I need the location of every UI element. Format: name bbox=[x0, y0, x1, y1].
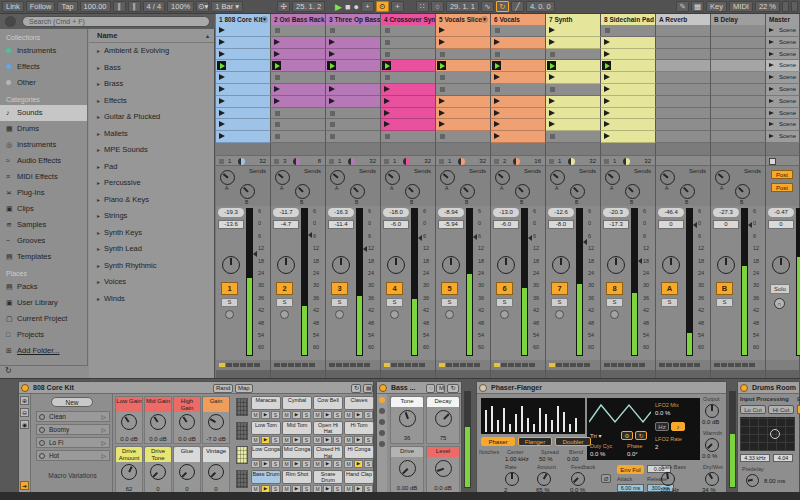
scene-launch-icon[interactable] bbox=[769, 52, 774, 56]
safe-bass-knob[interactable] bbox=[661, 472, 675, 486]
clip-slot[interactable] bbox=[381, 72, 436, 84]
clip-slot[interactable] bbox=[546, 72, 601, 84]
metronome-icon[interactable]: ⊙▾ bbox=[196, 1, 209, 12]
peak-level-box[interactable]: -46.4 bbox=[658, 208, 684, 217]
clip-play-icon[interactable] bbox=[439, 98, 445, 104]
drum-pad-claves[interactable]: ClavesM▶S bbox=[344, 396, 374, 419]
clip-slot[interactable] bbox=[491, 96, 546, 108]
peak-level-box[interactable]: -8.94 bbox=[438, 208, 464, 217]
scene-launch-icon[interactable] bbox=[769, 40, 774, 44]
device-title-bar[interactable]: Bass ... ◌ M ↻ bbox=[377, 382, 461, 394]
solo-button[interactable]: S bbox=[551, 298, 568, 307]
clip-slot[interactable] bbox=[601, 119, 656, 131]
scene-launch-icon[interactable] bbox=[769, 63, 774, 67]
master-solo-button[interactable]: Solo bbox=[770, 284, 790, 294]
pad-play-icon[interactable]: ▶ bbox=[323, 411, 332, 419]
phase-value[interactable]: 0.0° bbox=[627, 451, 638, 457]
clip-play-icon[interactable] bbox=[439, 39, 445, 45]
clip-slot[interactable] bbox=[546, 96, 601, 108]
browser-list-item[interactable]: ▸Winds bbox=[89, 291, 214, 308]
drum-pad-low-conga[interactable]: Low CongaM▶S bbox=[251, 445, 281, 468]
rack-view-toggle-icon[interactable]: ◉ bbox=[20, 420, 29, 429]
mode-button-flanger[interactable]: Flanger bbox=[518, 437, 552, 446]
solo-button[interactable]: S bbox=[331, 298, 348, 307]
send-b-knob[interactable] bbox=[460, 184, 475, 199]
clip-stop-icon[interactable] bbox=[605, 28, 610, 33]
play-button[interactable]: ▶ bbox=[335, 2, 342, 12]
clip-slot[interactable] bbox=[326, 37, 381, 49]
pad-mute-button[interactable]: M bbox=[344, 436, 353, 444]
track-header[interactable]: B Delay bbox=[711, 14, 766, 25]
track-header[interactable]: 8 Sidechain Pad bbox=[601, 14, 656, 25]
pan-knob[interactable] bbox=[222, 256, 240, 274]
send-b-knob[interactable] bbox=[295, 184, 310, 199]
clip-slot[interactable] bbox=[216, 72, 271, 84]
peak-level-box[interactable]: -16.3 bbox=[328, 208, 354, 217]
clip-stop-all-icon[interactable] bbox=[439, 159, 444, 164]
send-b-knob[interactable] bbox=[350, 184, 365, 199]
drum-pad-mid-conga[interactable]: Mid CongaM▶S bbox=[282, 445, 312, 468]
duty-cycle-value[interactable]: 0.0 % bbox=[590, 451, 605, 457]
peak-level-box[interactable]: -0.47 bbox=[768, 208, 794, 217]
device-title-bar[interactable]: Phaser-Flanger bbox=[477, 382, 726, 394]
hotswap-icon[interactable]: ↻ bbox=[447, 384, 459, 393]
clip-slot[interactable] bbox=[216, 37, 271, 49]
clip-play-icon[interactable] bbox=[549, 121, 555, 127]
clip-stop-all-icon[interactable] bbox=[274, 159, 279, 164]
variation-row-lo-fi[interactable]: Lo Fi▷ bbox=[36, 437, 110, 448]
send-b-knob[interactable] bbox=[515, 184, 530, 199]
clip-play-icon[interactable] bbox=[439, 121, 445, 127]
pad-play-icon[interactable]: ▶ bbox=[292, 436, 301, 444]
session-scroll-strip[interactable] bbox=[491, 370, 546, 378]
clip-stop-icon[interactable] bbox=[440, 52, 445, 57]
pad-mute-button[interactable]: M bbox=[251, 436, 260, 444]
browser-list-item[interactable]: ▸Pad bbox=[89, 159, 214, 176]
pad-solo-button[interactable]: S bbox=[302, 436, 311, 444]
solo-button[interactable]: S bbox=[221, 298, 238, 307]
pan-knob[interactable] bbox=[497, 256, 515, 274]
predelay-knob[interactable] bbox=[746, 474, 759, 487]
predelay-value[interactable]: 8.00 ms bbox=[764, 478, 785, 484]
macro-value[interactable]: 0.0 dB bbox=[174, 436, 200, 442]
track-activator-button[interactable]: 1 bbox=[221, 282, 238, 295]
track-activator-button[interactable]: 4 bbox=[386, 282, 403, 295]
clip-play-icon[interactable] bbox=[549, 74, 555, 80]
pad-solo-button[interactable]: S bbox=[302, 460, 311, 468]
pad-mute-button[interactable]: M bbox=[251, 460, 260, 468]
drum-pad-snare-drum[interactable]: Snare DrumM▶S bbox=[313, 470, 343, 493]
clip-slot[interactable] bbox=[491, 37, 546, 49]
rack-map-arrow-icon[interactable]: ➔ bbox=[20, 481, 29, 490]
browser-list-item[interactable]: ▸Percussive bbox=[89, 175, 214, 192]
collection-item-other[interactable]: Other bbox=[0, 75, 87, 91]
draw-mode-icon[interactable]: ✎ bbox=[676, 1, 689, 12]
clip-slot[interactable] bbox=[546, 49, 601, 61]
clip-play-icon[interactable] bbox=[384, 121, 390, 127]
track-header[interactable]: 6 Vocals bbox=[491, 14, 546, 25]
clip-slot[interactable] bbox=[711, 25, 766, 37]
draw-circle-icon[interactable]: ○ bbox=[431, 1, 444, 12]
clip-stop-icon[interactable] bbox=[385, 40, 390, 45]
clip-slot[interactable] bbox=[381, 25, 436, 37]
clip-slot[interactable] bbox=[491, 49, 546, 61]
side-strip-icon[interactable] bbox=[379, 408, 385, 414]
track-activator-button[interactable]: 7 bbox=[551, 282, 568, 295]
clip-slot[interactable] bbox=[656, 72, 711, 84]
dry-wet-knob[interactable] bbox=[705, 472, 719, 486]
lfo-phase-icon[interactable]: Φ bbox=[621, 431, 633, 440]
peak-level-box[interactable]: -13.0 bbox=[493, 208, 519, 217]
device-title-bar[interactable]: Drums Room bbox=[738, 382, 799, 394]
category-item-plug-ins[interactable]: ≍Plug-Ins bbox=[0, 185, 87, 201]
track-header[interactable]: 3 Three Op Bass bbox=[326, 14, 381, 25]
arm-button[interactable] bbox=[445, 310, 454, 319]
arm-button[interactable] bbox=[335, 310, 344, 319]
clip-play-icon[interactable] bbox=[439, 27, 445, 33]
lfo2-mix-value[interactable]: 0.0 % bbox=[655, 410, 670, 416]
clip-slot[interactable] bbox=[436, 131, 491, 143]
clip-slot[interactable] bbox=[656, 60, 711, 72]
pad-mute-button[interactable]: M bbox=[313, 411, 322, 419]
clip-stop-icon[interactable] bbox=[330, 28, 335, 33]
solo-button[interactable]: S bbox=[276, 298, 293, 307]
clip-play-icon[interactable] bbox=[604, 74, 610, 80]
scene-slot[interactable]: Scene bbox=[766, 119, 800, 131]
attack-value-box[interactable]: 6.00 ms bbox=[617, 484, 644, 492]
